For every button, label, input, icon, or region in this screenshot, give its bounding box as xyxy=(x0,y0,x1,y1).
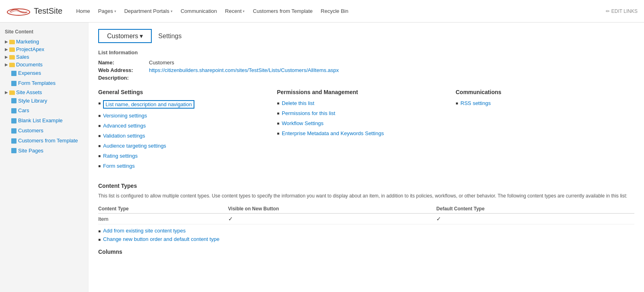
sidebar-item-projectapex[interactable]: ▶ ProjectApex xyxy=(3,45,85,53)
style-library-list-icon xyxy=(11,98,17,103)
main-layout: Site Content ▶ Marketing ▶ ProjectApex ▶… xyxy=(0,23,644,292)
site-pages-list-icon xyxy=(11,148,17,153)
ct-action-add: ■ Add from existing site content types xyxy=(98,228,634,234)
change-new-button-link[interactable]: Change new button order and default cont… xyxy=(103,236,219,242)
setting-enterprise-metadata: ■ Enterprise Metadata and Keywords Setti… xyxy=(277,130,456,136)
validation-settings-link[interactable]: Validation settings xyxy=(103,133,145,139)
name-label: Name: xyxy=(98,60,142,66)
ct-col-header-visible: Visible on New Button xyxy=(228,204,437,214)
delete-list-link[interactable]: Delete this list xyxy=(282,100,314,106)
permissions-title: Permissions and Management xyxy=(277,89,456,95)
setting-validation: ■ Validation settings xyxy=(98,133,277,139)
navigation-bar: Home Pages ▾ Department Portals ▾ Commun… xyxy=(72,6,606,16)
nav-recent[interactable]: Recent ▾ xyxy=(221,6,249,16)
sidebar-item-site-assets[interactable]: ▶ Site Assets xyxy=(3,88,85,96)
info-row-web-address: Web Address: https://citizenbuilders.sha… xyxy=(98,67,634,73)
pencil-icon: ✏ xyxy=(606,8,610,14)
setting-workflow: ■ Workflow Settings xyxy=(277,120,456,126)
customers-list-icon xyxy=(11,128,17,134)
sidebar-item-customers-from-template[interactable]: Customers from Template xyxy=(3,136,85,146)
visible-checkmark-icon: ✓ xyxy=(228,216,233,222)
logo-area: TestSite xyxy=(6,4,62,19)
tabs-row: Customers ▾ Settings xyxy=(98,29,634,43)
workflow-settings-link[interactable]: Workflow Settings xyxy=(282,120,324,126)
nav-communication[interactable]: Communication xyxy=(177,6,221,16)
bullet-icon: ■ xyxy=(98,154,101,158)
web-address-label: Web Address: xyxy=(98,67,142,73)
audience-targeting-link[interactable]: Audience targeting settings xyxy=(103,143,166,149)
documents-expand-icon: ▶ xyxy=(5,62,8,67)
sidebar-item-customers[interactable]: Customers xyxy=(3,126,85,136)
tab-customers[interactable]: Customers ▾ xyxy=(98,29,152,43)
customers-from-template-list-icon xyxy=(11,138,17,144)
tab-customers-label: Customers xyxy=(107,33,138,40)
nav-recycle-bin[interactable]: Recycle Bin xyxy=(317,6,353,16)
bullet-icon: ■ xyxy=(277,111,279,115)
expenses-list-icon xyxy=(11,71,17,76)
sidebar-item-style-library[interactable]: Style Library xyxy=(3,96,85,106)
sales-folder-icon xyxy=(9,55,15,60)
sidebar-item-sales[interactable]: ▶ Sales xyxy=(3,53,85,61)
content-types-description: This list is configured to allow multipl… xyxy=(98,192,634,199)
bullet-icon: ■ xyxy=(98,101,101,105)
ct-row-type: Item xyxy=(98,214,228,224)
communications-col: Communications ■ RSS settings xyxy=(456,89,634,173)
sidebar-item-cars[interactable]: Cars xyxy=(3,106,85,116)
general-settings-title: General Settings xyxy=(98,89,277,95)
projectapex-expand-icon: ▶ xyxy=(5,47,8,51)
rating-settings-link[interactable]: Rating settings xyxy=(103,153,138,159)
form-settings-link[interactable]: Form settings xyxy=(103,163,135,169)
setting-advanced: ■ Advanced settings xyxy=(98,123,277,129)
description-label: Description: xyxy=(98,75,142,81)
enterprise-metadata-link[interactable]: Enterprise Metadata and Keywords Setting… xyxy=(282,130,384,136)
advanced-settings-link[interactable]: Advanced settings xyxy=(103,123,146,129)
marketing-folder-icon xyxy=(9,40,15,44)
general-settings-col: General Settings ■ List name, descriptio… xyxy=(98,89,277,173)
bullet-icon: ■ xyxy=(277,131,279,136)
ct-row-default: ✓ xyxy=(436,214,634,224)
sidebar-item-marketing[interactable]: ▶ Marketing xyxy=(3,38,85,45)
nav-home[interactable]: Home xyxy=(72,6,94,16)
ct-col-header-type: Content Type xyxy=(98,204,228,214)
info-row-description: Description: xyxy=(98,75,634,81)
ct-col-header-default: Default Content Type xyxy=(436,204,634,214)
edit-links-button[interactable]: ✏ EDIT LINKS xyxy=(606,8,638,14)
nav-department-portals[interactable]: Department Portals ▾ xyxy=(120,6,177,16)
list-information-subtitle: List Information xyxy=(98,49,634,56)
tab-settings[interactable]: Settings xyxy=(152,29,188,43)
web-address-value: https://citizenbuilders.sharepoint.com/s… xyxy=(149,67,339,73)
tab-settings-label: Settings xyxy=(158,33,182,40)
rss-settings-link[interactable]: RSS settings xyxy=(460,100,491,106)
setting-rss: ■ RSS settings xyxy=(456,100,634,106)
sidebar-item-documents[interactable]: ▶ Documents xyxy=(3,61,85,68)
department-portals-chevron-icon: ▾ xyxy=(171,9,173,13)
setting-permissions: ■ Permissions for this list xyxy=(277,110,456,116)
versioning-settings-link[interactable]: Versioning settings xyxy=(103,113,147,119)
nav-pages[interactable]: Pages ▾ xyxy=(94,6,120,16)
ct-row-visible: ✓ xyxy=(228,214,437,224)
bullet-icon: ■ xyxy=(456,101,458,105)
top-bar: TestSite Home Pages ▾ Department Portals… xyxy=(0,0,644,23)
documents-folder-icon xyxy=(9,63,15,67)
sidebar-title: Site Content xyxy=(3,29,85,35)
sales-expand-icon: ▶ xyxy=(5,55,8,59)
setting-rating: ■ Rating settings xyxy=(98,153,277,159)
site-assets-folder-icon xyxy=(9,90,15,95)
tab-customers-chevron-icon: ▾ xyxy=(140,32,143,40)
sidebar-item-site-pages[interactable]: Site Pages xyxy=(3,146,85,156)
list-name-description-link[interactable]: List name, description and navigation xyxy=(103,100,194,109)
sidebar-item-expenses[interactable]: Expenses xyxy=(3,68,85,78)
site-logo xyxy=(6,4,31,19)
projectapex-folder-icon xyxy=(9,47,15,52)
content-area: Customers ▾ Settings List Information Na… xyxy=(89,23,644,292)
sidebar-item-form-templates[interactable]: Form Templates xyxy=(3,78,85,88)
setting-form: ■ Form settings xyxy=(98,163,277,169)
sidebar: Site Content ▶ Marketing ▶ ProjectApex ▶… xyxy=(0,23,89,292)
permissions-for-list-link[interactable]: Permissions for this list xyxy=(282,110,335,116)
nav-customers-from-template[interactable]: Customers from Template xyxy=(249,6,317,16)
sidebar-item-blank-list-example[interactable]: Blank List Example xyxy=(3,116,85,126)
add-from-existing-link[interactable]: Add from existing site content types xyxy=(103,228,186,234)
cars-list-icon xyxy=(11,108,17,113)
marketing-expand-icon: ▶ xyxy=(5,39,8,44)
site-title: TestSite xyxy=(34,6,62,16)
